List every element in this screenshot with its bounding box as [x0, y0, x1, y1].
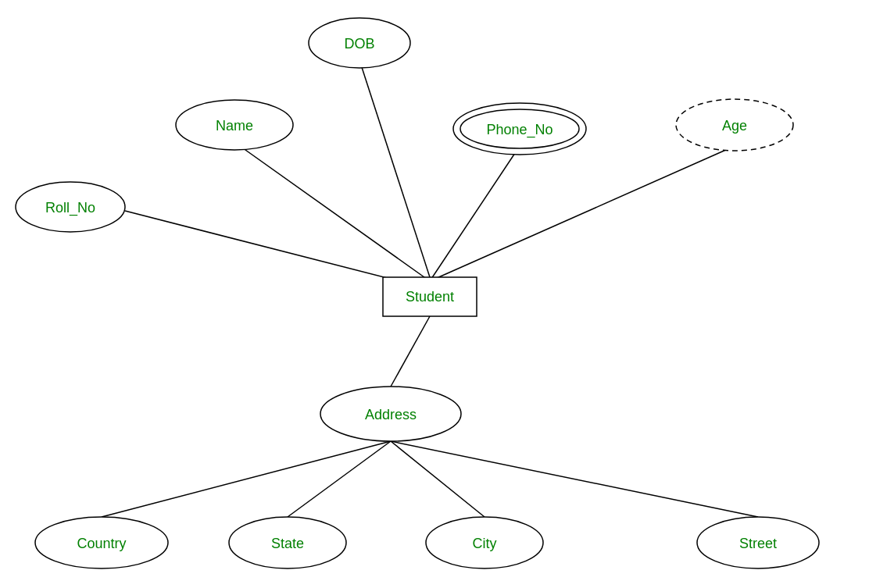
line-address-street [391, 441, 758, 517]
age-label: Age [722, 118, 747, 134]
address-label: Address [365, 407, 417, 422]
line-address-state [288, 441, 391, 517]
line-address-city [391, 441, 485, 517]
line-student-age [430, 146, 735, 281]
student-label: Student [406, 289, 454, 305]
line-student-dob [359, 60, 430, 277]
rollno-label: Roll_No [45, 200, 95, 216]
city-label: City [473, 536, 497, 551]
phone-label: Phone_No [486, 122, 553, 138]
street-label: Street [739, 536, 777, 551]
state-label: State [271, 536, 304, 551]
dob-label: DOB [344, 36, 374, 52]
line-student-address [391, 316, 430, 387]
line-student-name [234, 142, 430, 281]
country-label: Country [77, 536, 126, 551]
line-address-country [102, 441, 391, 517]
name-label: Name [216, 118, 253, 134]
